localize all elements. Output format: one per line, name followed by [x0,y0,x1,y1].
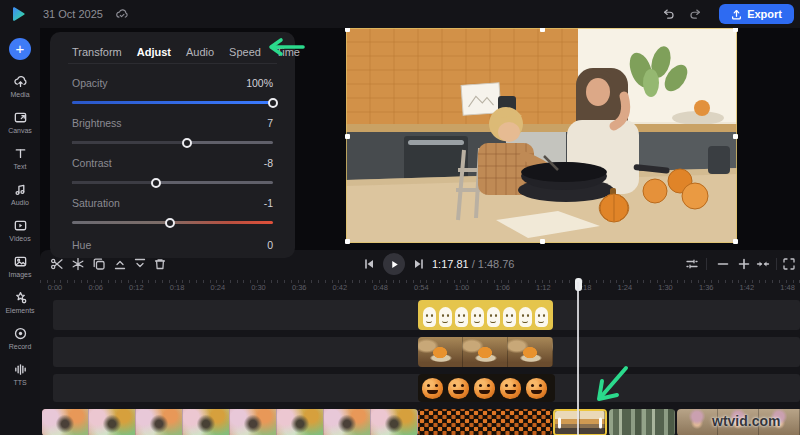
contrast-value: -8 [264,157,273,169]
slider-contrast: Contrast -8 [72,157,273,184]
forest-frame [642,409,675,435]
redo-button[interactable] [685,4,705,24]
track-options-icon[interactable] [685,257,699,271]
clip-tiedye-video[interactable] [42,409,418,435]
skip-forward-icon[interactable] [412,257,426,271]
fit-timeline-icon[interactable] [756,257,770,271]
clip-jack-o-lantern-stickers[interactable] [418,374,555,402]
sidebar-item-text[interactable]: Text [0,140,40,176]
lantern [474,378,495,399]
fullscreen-icon[interactable] [782,257,796,271]
ghost [503,307,516,327]
sidebar-item-canvas[interactable]: Canvas [0,104,40,140]
trim-handle-right[interactable] [599,417,602,428]
ruler-label: 0:06 [88,283,103,292]
sidebar-item-images[interactable]: Images [0,248,40,284]
clip-ghost-stickers[interactable] [418,300,553,330]
move-backward-icon[interactable] [133,257,147,271]
hue-label: Hue [72,239,91,251]
media-icon [13,74,28,89]
copy-icon[interactable] [92,257,106,271]
ruler-label: 0:36 [292,283,307,292]
sidebar-item-record[interactable]: Record [0,320,40,356]
ruler[interactable]: 0:000:060:120:180:240:300:360:420:480:54… [40,278,800,296]
images-icon [13,254,28,269]
sidebar-item-videos[interactable]: Videos [0,212,40,248]
split-icon[interactable] [50,257,64,271]
track-row-overlay [53,337,800,367]
contrast-knob[interactable] [151,178,161,188]
adjust-panel: TransformAdjustAudioSpeedTime Opacity 10… [50,32,295,258]
ghost [439,307,452,327]
lantern [422,378,443,399]
opacity-slider[interactable] [72,101,273,104]
project-title: 31 Oct 2025 [43,8,103,20]
lantern [448,378,469,399]
track-row-stickers-1 [53,300,800,330]
tab-transform[interactable]: Transform [72,46,122,58]
clip-pumpkin-pattern-video[interactable] [418,409,552,435]
zoom-in-icon[interactable] [737,257,751,271]
tiedye-frame [42,409,89,435]
zoom-out-icon[interactable] [716,257,730,271]
tab-speed[interactable]: Speed [229,46,261,58]
ruler-label: 1:36 [699,283,714,292]
contrast-label: Contrast [72,157,112,169]
total-time: 1:48.76 [478,258,515,270]
sidebar-item-media[interactable]: Media [0,68,40,104]
brightness-value: 7 [267,117,273,129]
brightness-knob[interactable] [182,138,192,148]
tab-time[interactable]: Time [276,46,300,58]
track-row-stickers-2 [53,374,800,402]
skip-back-icon[interactable] [362,257,376,271]
brightness-slider[interactable] [72,141,273,144]
undo-button[interactable] [659,4,679,24]
preview-video-frame [346,28,737,243]
current-time: 1:17.81 [432,258,469,270]
saturation-slider[interactable] [72,221,273,224]
preview-canvas[interactable] [346,28,737,243]
freeze-icon[interactable] [71,257,85,271]
delete-icon[interactable] [153,257,167,271]
slider-hue: Hue 0 [72,239,273,251]
ghost [455,307,468,327]
contrast-slider[interactable] [72,181,273,184]
canvas-icon [13,110,28,125]
tab-adjust[interactable]: Adjust [137,46,171,58]
export-label: Export [747,8,782,20]
export-button[interactable]: Export [719,4,794,24]
saturation-knob[interactable] [165,218,175,228]
ruler-label: 0:48 [373,283,388,292]
sidebar-item-audio[interactable]: Audio [0,176,40,212]
ruler-label: 1:06 [495,283,510,292]
sidebar: + Media Canvas Text Audio Videos Images … [0,28,40,435]
opacity-knob[interactable] [268,98,278,108]
saturation-value: -1 [264,197,273,209]
lantern [526,378,547,399]
muffin-frame [418,337,463,367]
saturation-label: Saturation [72,197,120,209]
ruler-label: 0:24 [210,283,225,292]
playhead[interactable] [575,278,582,435]
muffin-frame [508,337,553,367]
sidebar-item-elements[interactable]: Elements [0,284,40,320]
add-media-button[interactable]: + [9,38,31,60]
move-forward-icon[interactable] [113,257,127,271]
tiedye-frame [89,409,136,435]
tab-audio[interactable]: Audio [186,46,214,58]
play-button[interactable] [383,253,405,275]
trim-handle-left[interactable] [558,417,561,428]
tts-icon [13,362,28,377]
record-icon [13,326,28,341]
elements-icon [13,290,28,305]
tiedye-frame [277,409,324,435]
videos-icon [13,218,28,233]
slider-brightness: Brightness 7 [72,117,273,144]
sidebar-item-tts[interactable]: TTS [0,356,40,392]
tiedye-frame [230,409,277,435]
tiedye-frame [324,409,371,435]
ruler-label: 0:00 [48,283,63,292]
clip-forest-video[interactable] [609,409,675,435]
timeline: 1:17.81 / 1:48.76 0:000:060:120:180:240:… [40,250,800,435]
clip-pumpkin-muffin-video[interactable] [418,337,553,367]
